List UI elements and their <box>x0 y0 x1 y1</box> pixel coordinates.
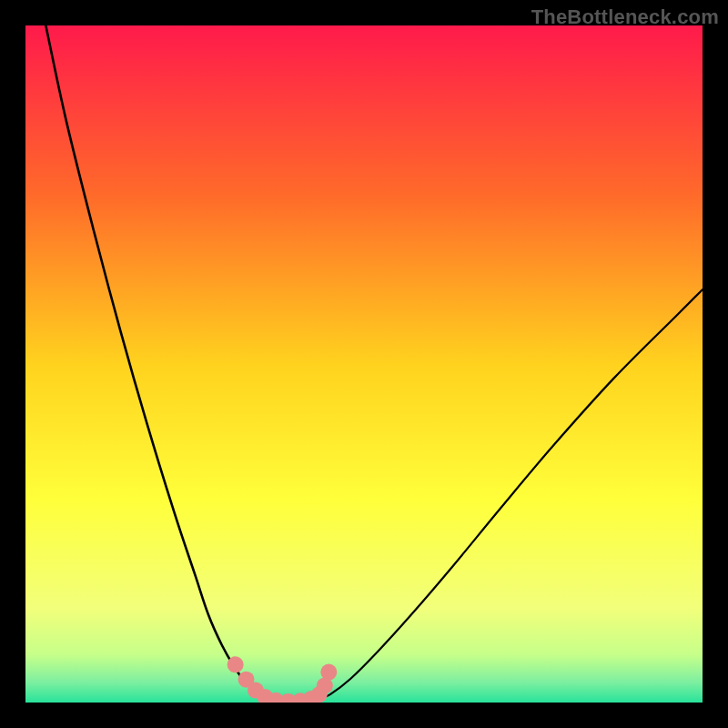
chart-svg <box>25 25 703 703</box>
plot-area <box>25 25 703 703</box>
watermark-text: TheBottleneck.com <box>531 5 719 29</box>
marker-dot <box>320 664 337 681</box>
outer-frame: TheBottleneck.com <box>0 0 728 728</box>
marker-dot <box>228 656 244 672</box>
gradient-background <box>25 25 703 703</box>
